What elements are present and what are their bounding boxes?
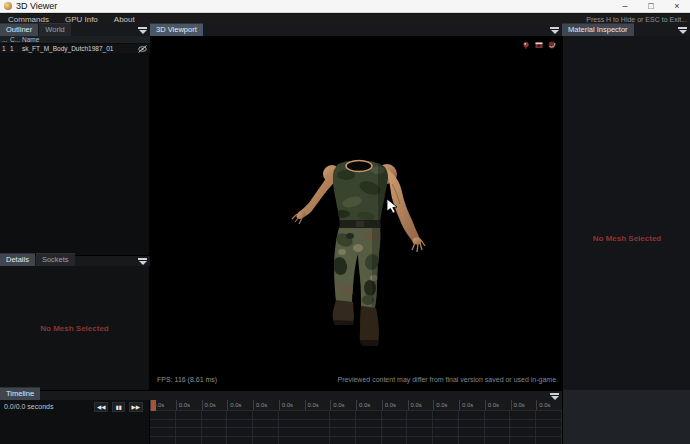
viewport-toolbar [522, 41, 556, 49]
timeline-ruler[interactable]: 0.0s0.0s0.0s0.0s0.0s0.0s0.0s0.0s0.0s0.0s… [150, 400, 562, 411]
tab-3d-viewport[interactable]: 3D Viewport [150, 23, 203, 36]
pause-button[interactable]: ▮▮ [112, 402, 124, 412]
timeline-tick: 0.0s [382, 400, 408, 410]
timeline-tick: 0.0s [253, 400, 279, 410]
tab-world[interactable]: World [39, 23, 70, 36]
outliner-row[interactable]: 1 1 sk_FT_M_Body_Dutch1987_01 [0, 44, 150, 53]
tab-material-inspector[interactable]: Material Inspector [562, 23, 634, 36]
details-empty-message: No Mesh Selected [40, 324, 108, 333]
playback-controls: ◀◀ ▮▮ ▶▶ [94, 402, 143, 412]
column-name[interactable]: Name [22, 36, 150, 43]
filter-icon[interactable] [138, 258, 147, 266]
row-index: 1 [0, 44, 10, 53]
character-model [280, 140, 440, 360]
app-icon [4, 2, 12, 10]
tab-details[interactable]: Details [0, 253, 35, 266]
column-count[interactable]: C... [10, 36, 22, 43]
filter-icon[interactable] [550, 27, 559, 35]
app-window: 3D Viewer – □ × Commands GPU Info About … [0, 0, 690, 444]
preview-disclaimer: Previewed content may differ from final … [338, 376, 558, 383]
filter-icon[interactable] [138, 27, 147, 35]
timeline-tick: 0.0s [511, 400, 537, 410]
tab-timeline[interactable]: Timeline [0, 387, 40, 400]
details-panel: No Mesh Selected [0, 266, 150, 390]
timeline-info-pane: 0.0/0.0 seconds ◀◀ ▮▮ ▶▶ [0, 400, 150, 444]
filter-icon[interactable] [678, 27, 687, 35]
timeline-empty-corner [562, 390, 690, 444]
timeline-tick: 0.0s [176, 400, 202, 410]
timeline-tick: 0.0s [330, 400, 356, 410]
timeline-tick: 0.0s [433, 400, 459, 410]
title-bar: 3D Viewer – □ × [0, 0, 690, 13]
window-controls: – □ × [612, 0, 690, 13]
timeline-tick: 0.0s [459, 400, 485, 410]
screenshot-icon[interactable] [535, 41, 543, 49]
mouse-cursor [386, 198, 398, 214]
timeline-playhead[interactable] [151, 400, 156, 411]
timeline-time-readout: 0.0/0.0 seconds [4, 403, 53, 410]
material-inspector-tab-bar: Material Inspector [562, 25, 690, 36]
timeline-tick: 0.0s [536, 400, 562, 410]
menu-about[interactable]: About [106, 14, 143, 25]
timeline-track-grid[interactable] [150, 411, 562, 444]
row-count: 1 [10, 44, 22, 53]
tab-outliner[interactable]: Outliner [0, 23, 38, 36]
rewind-button[interactable]: ◀◀ [94, 402, 108, 412]
outliner-column-header: ... C... Name [0, 36, 150, 44]
timeline-tab-bar: Timeline [0, 390, 562, 400]
fast-forward-button[interactable]: ▶▶ [129, 402, 143, 412]
material-inspector-panel: No Mesh Selected [562, 36, 690, 390]
timeline-tick: 0.0s [485, 400, 511, 410]
timeline-tick: 0.0s [305, 400, 331, 410]
timeline-tick: 0.0s [356, 400, 382, 410]
timeline-tick: 0.0s [227, 400, 253, 410]
viewport-canvas[interactable]: FPS: 116 (8.61 ms) Previewed content may… [150, 36, 562, 390]
light-icon[interactable] [522, 41, 530, 49]
maximize-button[interactable]: □ [638, 0, 664, 13]
row-mesh-name: sk_FT_M_Body_Dutch1987_01 [22, 44, 150, 53]
details-tab-bar: Details Sockets [0, 255, 150, 266]
tab-sockets[interactable]: Sockets [36, 253, 75, 266]
outliner-tree-area[interactable] [0, 53, 150, 255]
column-expander[interactable]: ... [0, 36, 10, 43]
material-ball-icon[interactable] [548, 41, 556, 49]
window-title: 3D Viewer [16, 0, 57, 13]
material-empty-message: No Mesh Selected [563, 234, 690, 243]
exit-hint-text: Press H to Hide or ESC to Exit... [586, 16, 690, 23]
viewport-tab-bar: 3D Viewport [150, 25, 562, 36]
timeline-tick: 0.0s [279, 400, 305, 410]
minimize-button[interactable]: – [612, 0, 638, 13]
outliner-tab-bar: Outliner World [0, 25, 150, 36]
close-button[interactable]: × [664, 0, 690, 13]
timeline-tick: 0.0s [408, 400, 434, 410]
fps-counter: FPS: 116 (8.61 ms) [157, 376, 217, 383]
timeline-tick: 0.0s [202, 400, 228, 410]
